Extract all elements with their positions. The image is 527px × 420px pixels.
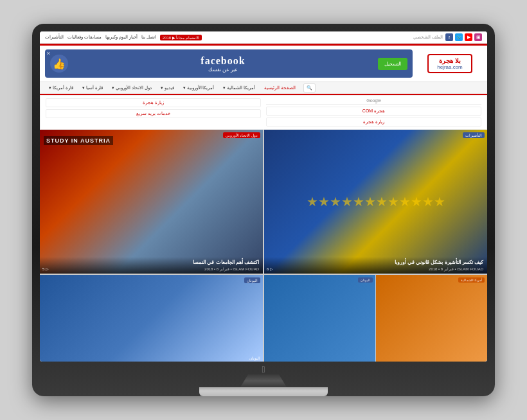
nav-contests[interactable]: مسابقات وفعاليات: [67, 35, 102, 40]
logo-text: بلا هجرة: [439, 57, 461, 64]
twitter-icon[interactable]: 🐦: [455, 33, 463, 41]
article-greece2[interactable]: اليونان أمريكا الشمالية: [264, 275, 487, 362]
dropdown-link-2[interactable]: زيارة هجرة: [266, 118, 481, 127]
social-icons: ▣ ▶ 🐦 f: [445, 33, 482, 41]
nav-america[interactable]: قارة أمريكا ▾: [45, 82, 77, 94]
facebook-register-button[interactable]: التسجيل: [378, 58, 407, 70]
article-meta-austria: ISLAM FOUAD • فبراير 8 • 2018: [44, 267, 259, 271]
dropdown-header: Google: [266, 98, 481, 105]
article-tag-austria: دول الاتحاد الأوروبي: [223, 132, 260, 138]
search-box[interactable]: 🔍: [303, 83, 316, 92]
card-overlay-austria: اكتشف أهم الجامعات في النمسا ISLAM FOUAD…: [40, 257, 263, 274]
monitor: ▣ ▶ 🐦 f الملف الشخصي الانضمام مجاناً ▶ 2…: [32, 24, 495, 396]
youtube-icon[interactable]: ▶: [465, 33, 472, 41]
instagram-icon[interactable]: ▣: [474, 33, 482, 41]
search-icon: 🔍: [307, 85, 312, 91]
article-num-eu: 6 ▷: [267, 267, 273, 271]
search-area: 🔍: [303, 83, 316, 92]
monitor-neck: [238, 374, 289, 387]
article-greece1[interactable]: اليونان اليونان: [40, 275, 263, 362]
article-eu[interactable]: التأشيرات ★★★★★★★★★★★★ كيف تكسر التأشيرة…: [264, 130, 487, 274]
facebook-title: facebook: [73, 55, 373, 67]
top-nav-links: اتصل بنا أخبار اليوم وكبريها مسابقات وفع…: [45, 35, 156, 40]
nav-europe[interactable]: أمريكا الأوروبية ▾: [179, 82, 219, 94]
facebook-banner[interactable]: ✕ 👍 facebook عبر عن نفسك التسجيل: [45, 49, 413, 78]
articles-grid: STUDY IN AUSTRIA دول الاتحاد الأوروبي اك…: [40, 130, 487, 362]
article-tag-greece2: اليونان: [358, 277, 373, 283]
nav-home[interactable]: الصفحة الرئيسية: [260, 82, 299, 94]
nav-asia[interactable]: قارة آسيا ▾: [78, 82, 107, 94]
nav-visas[interactable]: التأشيرات: [45, 35, 64, 40]
study-text: STUDY IN AUSTRIA: [44, 136, 113, 145]
logo-sub: hejraa.com: [437, 64, 463, 70]
top-bar-right: الانضمام مجاناً ▶ 2018 اتصل بنا أخبار ال…: [45, 35, 202, 40]
dropdown-link-4[interactable]: خدمات بريد سريع: [46, 109, 261, 118]
facebook-subtitle: عبر عن نفسك: [73, 67, 373, 73]
article-tag-greece1: اليونان: [244, 277, 260, 283]
article-tag-eu: التأشيرات: [463, 132, 485, 138]
top-bar: ▣ ▶ 🐦 f الملف الشخصي الانضمام مجاناً ▶ 2…: [40, 31, 487, 44]
nav-news[interactable]: أخبار اليوم وكبريها: [105, 35, 138, 40]
apple-logo: : [262, 364, 265, 374]
screen-bezel: ▣ ▶ 🐦 f الملف الشخصي الانضمام مجاناً ▶ 2…: [40, 31, 487, 362]
facebook-text-area: facebook عبر عن نفسك: [73, 55, 373, 73]
facebook-social-icon[interactable]: f: [445, 33, 453, 41]
dropdown-link-3[interactable]: زيارة هجرة: [46, 98, 261, 107]
article-title-austria: اكتشف أهم الجامعات في النمسا: [44, 259, 259, 265]
dropdown-col-1: Google هجرة COM زيارة هجرة: [266, 98, 481, 127]
article-title-eu: كيف تكسر التأشيرة بشكل قانوني في أوروبا: [268, 259, 483, 265]
dropdown-col-2: زيارة هجرة خدمات بريد سريع: [46, 98, 261, 127]
close-icon[interactable]: ✕: [46, 51, 51, 57]
dropdown-area: Google هجرة COM زيارة هجرة زيارة هجرة خد…: [40, 95, 487, 130]
dropdown-link-1[interactable]: هجرة COM: [266, 107, 481, 116]
screen-content: ▣ ▶ 🐦 f الملف الشخصي الانضمام مجاناً ▶ 2…: [40, 31, 487, 362]
promo-badge: الانضمام مجاناً ▶ 2018: [160, 35, 202, 40]
main-content: STUDY IN AUSTRIA دول الاتحاد الأوروبي اك…: [40, 130, 487, 362]
banner-area: ✕ 👍 facebook عبر عن نفسك التسجيل بلا هجر…: [40, 46, 487, 82]
site-logo[interactable]: بلا هجرة hejraa.com: [418, 49, 482, 78]
article-meta-eu: ISLAM FOUAD • فبراير 8 • 2018: [268, 267, 483, 271]
nav-contact[interactable]: اتصل بنا: [141, 35, 156, 40]
article-num-austria: 5 ▷: [42, 267, 49, 271]
nav-eu-countries[interactable]: دول الاتحاد الأوروبي ▾: [108, 82, 156, 94]
monitor-base: [199, 387, 328, 396]
profile-link[interactable]: الملف الشخصي: [413, 35, 443, 40]
nav-video[interactable]: فيديو ▾: [157, 82, 178, 94]
nav-north-america[interactable]: أمريكا الشمالية ▾: [219, 82, 259, 94]
navigation-bar: 🔍 الصفحة الرئيسية أمريكا الشمالية ▾ أمري…: [40, 82, 487, 95]
article-tag-usa: أمريكا الشمالية: [458, 277, 485, 283]
top-bar-left: ▣ ▶ 🐦 f الملف الشخصي: [413, 33, 482, 41]
card-overlay-eu: كيف تكسر التأشيرة بشكل قانوني في أوروبا …: [264, 257, 487, 274]
facebook-thumb-icon: 👍: [50, 55, 68, 73]
article-austria[interactable]: STUDY IN AUSTRIA دول الاتحاد الأوروبي اك…: [40, 130, 263, 274]
